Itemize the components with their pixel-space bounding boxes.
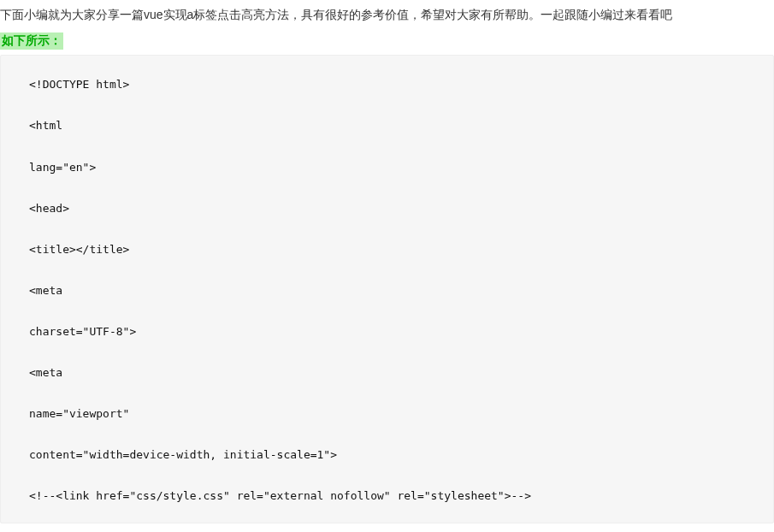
intro-paragraph: 下面小编就为大家分享一篇vue实现a标签点击高亮方法，具有很好的参考价值，希望对… <box>0 0 774 33</box>
section-label: 如下所示： <box>0 33 63 50</box>
code-block: <!DOCTYPE html> <html lang="en"> <head> … <box>0 55 774 523</box>
